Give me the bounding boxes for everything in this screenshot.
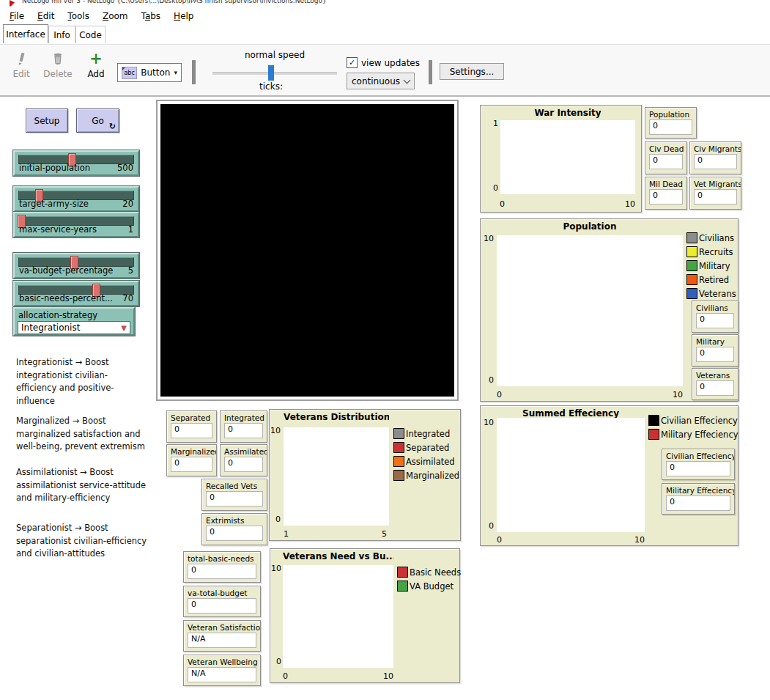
legend-swatch xyxy=(397,567,408,578)
plot-canvas xyxy=(500,120,635,194)
dropdown-arrow-icon: ▾ xyxy=(174,69,177,76)
slider-max-service-years[interactable]: max-service-years1 xyxy=(13,212,139,237)
ticks-label: ticks: xyxy=(212,81,330,92)
tab-interface[interactable]: Interface xyxy=(3,24,48,43)
toolbar-separator xyxy=(192,60,196,84)
summed-effeciency-legend: Civilian Effeciency Military Effeciency xyxy=(648,415,738,443)
monitor-civ-migrants: Civ Migrants0 xyxy=(689,141,741,174)
monitor-veteran-satisfaction: Veteran SatisfactionN/A xyxy=(183,620,261,652)
chooser-arrow-icon: ▼ xyxy=(121,324,127,332)
plot-canvas xyxy=(497,418,645,532)
speed-slider-label: normal speed xyxy=(212,50,337,60)
monitor-recalled-vets: Recalled Vets0 xyxy=(201,479,267,511)
monitor-separated: Separated0 xyxy=(166,410,217,443)
plot-canvas xyxy=(497,235,683,386)
go-button[interactable]: Go ↻ xyxy=(76,108,119,133)
population-legend: Civilians Recruits Military Retired Vete… xyxy=(686,232,736,302)
plot-canvas xyxy=(284,427,389,526)
menu-help[interactable]: Help xyxy=(167,9,200,23)
legend-swatch xyxy=(686,260,697,271)
chevron-down-icon xyxy=(404,76,411,84)
monitor-extrimists: Extrimists0 xyxy=(201,513,267,545)
legend-swatch xyxy=(648,429,659,440)
monitor-civilian-effeciency: Civilian Effeciency0 xyxy=(662,449,735,480)
toolbar: Edit Delete + Add abc Button ▾ normal sp… xyxy=(0,44,770,97)
add-widget-button[interactable]: + Add xyxy=(82,49,110,79)
tab-code[interactable]: Code xyxy=(75,26,105,43)
legend-swatch xyxy=(648,415,659,426)
slider-initial-population[interactable]: initial-population500 xyxy=(13,150,139,176)
edit-widget-button[interactable]: Edit xyxy=(7,49,35,79)
view-updates-row: ✓ view updates xyxy=(347,57,420,68)
netlogo-app-icon xyxy=(10,0,15,7)
monitor-mil-dead: Mil Dead0 xyxy=(645,177,687,210)
speed-slider-track[interactable] xyxy=(212,72,337,75)
monitor-civ-dead: Civ Dead0 xyxy=(645,141,687,174)
menu-tabs[interactable]: Tabs xyxy=(135,9,168,23)
veterans-distribution-legend: Integrated Separated Assimilated Margina… xyxy=(393,428,459,484)
slider-va-budget-percentage[interactable]: va-budget-percentage5 xyxy=(13,253,139,279)
note-marginalized: Marginalized → Boost marginalized satisf… xyxy=(16,415,148,454)
plot-canvas xyxy=(283,565,393,668)
monitor-assimilated: Assimilated0 xyxy=(220,444,267,476)
view-updates-label: view updates xyxy=(361,58,420,68)
window-title: NetLogo mil ver 3 - NetLogo {C:\Users\..… xyxy=(22,0,327,4)
plot-veterans-distribution: Veterans Distribution 10 0 1 5 Integrate… xyxy=(269,409,461,541)
monitor-civilians: Civilians0 xyxy=(692,301,738,333)
legend-swatch xyxy=(393,456,404,467)
legend-swatch xyxy=(686,246,697,257)
netlogo-window: NetLogo mil ver 3 - NetLogo {C:\Users\..… xyxy=(0,0,770,700)
menu-zoom[interactable]: Zoom xyxy=(96,9,135,23)
monitor-total-basic-needs: total-basic-needs0 xyxy=(183,551,261,583)
chooser-value-box[interactable]: Integrationist ▼ xyxy=(18,321,130,334)
plus-icon: + xyxy=(82,49,110,68)
widget-type-dropdown[interactable]: abc Button ▾ xyxy=(117,63,182,82)
world-view-canvas xyxy=(160,104,454,397)
legend-swatch xyxy=(393,442,404,453)
forever-icon: ↻ xyxy=(109,122,116,131)
toolbar-separator-2 xyxy=(429,60,432,84)
monitor-military: Military0 xyxy=(692,334,738,366)
menu-bar: File Edit Tools Zoom Tabs Help xyxy=(0,7,770,24)
monitor-military-effeciency: Military Effeciency0 xyxy=(662,483,735,515)
menu-edit[interactable]: Edit xyxy=(31,9,61,23)
legend-swatch xyxy=(686,274,697,285)
monitor-veteran-wellbeing: Veteran WellbeingN/A xyxy=(183,655,261,686)
menu-file[interactable]: File xyxy=(3,9,31,23)
slider-target-army-size[interactable]: target-army-size20 xyxy=(13,186,139,212)
check-icon: ✓ xyxy=(349,59,355,67)
tab-strip: Interface Info Code xyxy=(0,24,770,44)
title-bar: NetLogo mil ver 3 - NetLogo {C:\Users\..… xyxy=(0,0,770,7)
note-separationist: Separationist → Boost separationist civi… xyxy=(16,522,148,561)
speed-slider-handle[interactable] xyxy=(268,65,274,81)
view-updates-checkbox[interactable]: ✓ xyxy=(347,57,358,68)
world-view xyxy=(156,100,459,401)
settings-button[interactable]: Settings... xyxy=(440,63,504,80)
button-widget-icon: abc xyxy=(122,67,137,79)
setup-button[interactable]: Setup xyxy=(26,108,68,133)
menu-tools[interactable]: Tools xyxy=(61,9,96,23)
update-mode-dropdown[interactable]: continuous xyxy=(347,73,415,89)
tab-info[interactable]: Info xyxy=(48,26,75,43)
monitor-vet-migrants: Vet Migrants0 xyxy=(689,177,741,210)
legend-swatch xyxy=(393,470,404,481)
legend-swatch xyxy=(393,428,404,439)
note-assimilationist: Assimilationist → Boost assimilationist … xyxy=(16,466,148,505)
monitor-integrated: Integrated0 xyxy=(220,410,267,443)
delete-widget-button[interactable]: Delete xyxy=(41,49,75,79)
monitor-veterans: Veterans0 xyxy=(692,368,738,400)
veterans-need-legend: Basic Needs VA Budget xyxy=(397,567,461,594)
trash-icon xyxy=(41,49,75,68)
monitor-population: Population0 xyxy=(645,107,697,139)
monitor-marginalized: Marginalized0 xyxy=(166,444,217,476)
plot-veterans-need-vs-budget: Veterans Need vs Bu... 10 0 0 10 Basic N… xyxy=(270,548,460,683)
chooser-allocation-strategy[interactable]: allocation-strategy Integrationist ▼ xyxy=(13,307,135,336)
pencil-icon xyxy=(7,49,35,68)
legend-swatch xyxy=(686,288,697,299)
monitor-va-total-budget: va-total-budget0 xyxy=(183,586,261,617)
legend-swatch xyxy=(397,581,408,592)
plot-war-intensity: War Intensity 1 0 0 10 xyxy=(480,105,642,213)
slider-basic-needs-percent[interactable]: basic-needs-percent...70 xyxy=(13,281,139,306)
note-integrationist: Integrationist → Boost integrationist ci… xyxy=(16,356,148,408)
legend-swatch xyxy=(686,232,697,243)
